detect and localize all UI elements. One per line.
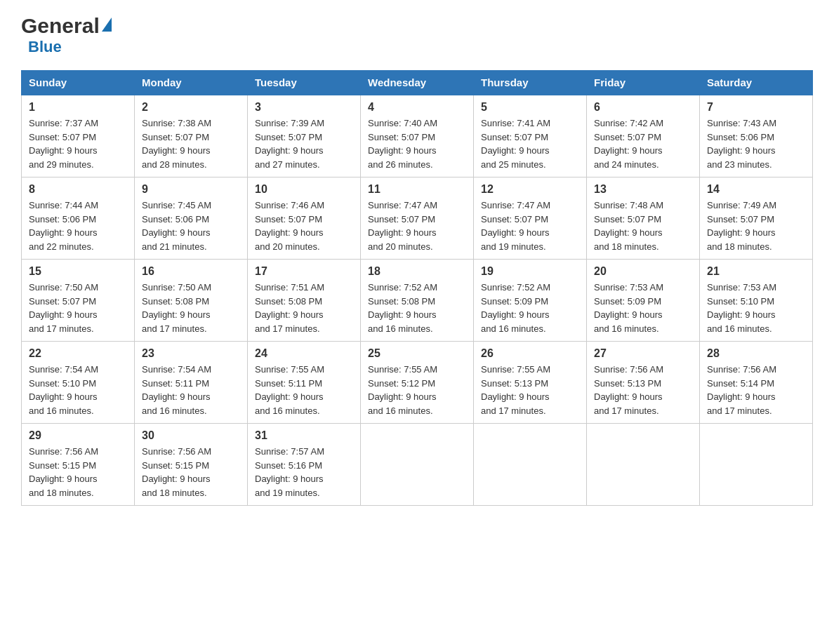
day-info: Sunrise: 7:54 AMSunset: 5:10 PMDaylight:…	[29, 363, 127, 417]
day-number: 31	[255, 429, 353, 442]
day-info: Sunrise: 7:46 AMSunset: 5:07 PMDaylight:…	[255, 199, 353, 253]
day-info: Sunrise: 7:45 AMSunset: 5:06 PMDaylight:…	[142, 199, 240, 253]
calendar-cell: 15Sunrise: 7:50 AMSunset: 5:07 PMDayligh…	[22, 260, 135, 342]
day-number: 19	[481, 265, 579, 278]
calendar-cell: 4Sunrise: 7:40 AMSunset: 5:07 PMDaylight…	[361, 95, 474, 177]
calendar-week-1: 1Sunrise: 7:37 AMSunset: 5:07 PMDaylight…	[22, 95, 813, 177]
calendar-table: SundayMondayTuesdayWednesdayThursdayFrid…	[21, 70, 813, 506]
day-info: Sunrise: 7:44 AMSunset: 5:06 PMDaylight:…	[29, 199, 127, 253]
calendar-cell: 10Sunrise: 7:46 AMSunset: 5:07 PMDayligh…	[248, 177, 361, 260]
day-info: Sunrise: 7:51 AMSunset: 5:08 PMDaylight:…	[255, 281, 353, 335]
calendar-cell: 5Sunrise: 7:41 AMSunset: 5:07 PMDaylight…	[474, 95, 587, 177]
day-info: Sunrise: 7:42 AMSunset: 5:07 PMDaylight:…	[594, 116, 692, 171]
logo-triangle-icon	[102, 18, 112, 32]
calendar-cell	[587, 424, 700, 506]
day-number: 16	[142, 265, 240, 278]
calendar-cell: 25Sunrise: 7:55 AMSunset: 5:12 PMDayligh…	[361, 342, 474, 424]
calendar-cell: 18Sunrise: 7:52 AMSunset: 5:08 PMDayligh…	[361, 260, 474, 342]
col-header-thursday: Thursday	[474, 71, 587, 95]
calendar-week-4: 22Sunrise: 7:54 AMSunset: 5:10 PMDayligh…	[22, 342, 813, 424]
logo: General Blue	[21, 14, 112, 56]
calendar-cell: 31Sunrise: 7:57 AMSunset: 5:16 PMDayligh…	[248, 424, 361, 506]
col-header-monday: Monday	[135, 71, 248, 95]
calendar-cell: 19Sunrise: 7:52 AMSunset: 5:09 PMDayligh…	[474, 260, 587, 342]
calendar-week-3: 15Sunrise: 7:50 AMSunset: 5:07 PMDayligh…	[22, 260, 813, 342]
day-number: 27	[594, 347, 692, 360]
day-info: Sunrise: 7:52 AMSunset: 5:08 PMDaylight:…	[368, 281, 466, 335]
day-info: Sunrise: 7:41 AMSunset: 5:07 PMDaylight:…	[481, 116, 579, 171]
day-number: 18	[368, 265, 466, 278]
day-number: 20	[594, 265, 692, 278]
calendar-cell: 12Sunrise: 7:47 AMSunset: 5:07 PMDayligh…	[474, 177, 587, 260]
calendar-cell: 26Sunrise: 7:55 AMSunset: 5:13 PMDayligh…	[474, 342, 587, 424]
day-info: Sunrise: 7:54 AMSunset: 5:11 PMDaylight:…	[142, 363, 240, 417]
day-number: 30	[142, 429, 240, 442]
calendar-cell: 20Sunrise: 7:53 AMSunset: 5:09 PMDayligh…	[587, 260, 700, 342]
day-number: 9	[142, 183, 240, 196]
calendar-cell: 14Sunrise: 7:49 AMSunset: 5:07 PMDayligh…	[700, 177, 813, 260]
day-number: 24	[255, 347, 353, 360]
calendar-cell: 11Sunrise: 7:47 AMSunset: 5:07 PMDayligh…	[361, 177, 474, 260]
col-header-tuesday: Tuesday	[248, 71, 361, 95]
col-header-wednesday: Wednesday	[361, 71, 474, 95]
day-info: Sunrise: 7:55 AMSunset: 5:13 PMDaylight:…	[481, 363, 579, 417]
day-info: Sunrise: 7:40 AMSunset: 5:07 PMDaylight:…	[368, 116, 466, 171]
calendar-cell: 29Sunrise: 7:56 AMSunset: 5:15 PMDayligh…	[22, 424, 135, 506]
day-info: Sunrise: 7:53 AMSunset: 5:09 PMDaylight:…	[594, 281, 692, 335]
day-number: 17	[255, 265, 353, 278]
day-info: Sunrise: 7:56 AMSunset: 5:15 PMDaylight:…	[142, 445, 240, 499]
day-number: 28	[707, 347, 805, 360]
calendar-cell: 30Sunrise: 7:56 AMSunset: 5:15 PMDayligh…	[135, 424, 248, 506]
day-number: 14	[707, 183, 805, 196]
day-number: 10	[255, 183, 353, 196]
day-info: Sunrise: 7:56 AMSunset: 5:15 PMDaylight:…	[29, 445, 127, 499]
day-info: Sunrise: 7:38 AMSunset: 5:07 PMDaylight:…	[142, 116, 240, 171]
day-number: 4	[368, 101, 466, 114]
col-header-friday: Friday	[587, 71, 700, 95]
day-number: 21	[707, 265, 805, 278]
day-number: 6	[594, 101, 692, 114]
day-number: 12	[481, 183, 579, 196]
day-number: 2	[142, 101, 240, 114]
day-number: 22	[29, 347, 127, 360]
calendar-cell: 6Sunrise: 7:42 AMSunset: 5:07 PMDaylight…	[587, 95, 700, 177]
calendar-cell: 13Sunrise: 7:48 AMSunset: 5:07 PMDayligh…	[587, 177, 700, 260]
logo-general: General	[21, 14, 100, 38]
day-info: Sunrise: 7:39 AMSunset: 5:07 PMDaylight:…	[255, 116, 353, 171]
day-info: Sunrise: 7:47 AMSunset: 5:07 PMDaylight:…	[481, 199, 579, 253]
day-number: 15	[29, 265, 127, 278]
day-info: Sunrise: 7:55 AMSunset: 5:11 PMDaylight:…	[255, 363, 353, 417]
calendar-cell: 28Sunrise: 7:56 AMSunset: 5:14 PMDayligh…	[700, 342, 813, 424]
page-header: General Blue	[21, 14, 813, 56]
calendar-cell: 24Sunrise: 7:55 AMSunset: 5:11 PMDayligh…	[248, 342, 361, 424]
day-info: Sunrise: 7:56 AMSunset: 5:14 PMDaylight:…	[707, 363, 805, 417]
day-number: 26	[481, 347, 579, 360]
calendar-cell: 1Sunrise: 7:37 AMSunset: 5:07 PMDaylight…	[22, 95, 135, 177]
day-number: 7	[707, 101, 805, 114]
day-info: Sunrise: 7:47 AMSunset: 5:07 PMDaylight:…	[368, 199, 466, 253]
calendar-cell: 17Sunrise: 7:51 AMSunset: 5:08 PMDayligh…	[248, 260, 361, 342]
calendar-cell: 22Sunrise: 7:54 AMSunset: 5:10 PMDayligh…	[22, 342, 135, 424]
day-info: Sunrise: 7:53 AMSunset: 5:10 PMDaylight:…	[707, 281, 805, 335]
day-info: Sunrise: 7:56 AMSunset: 5:13 PMDaylight:…	[594, 363, 692, 417]
day-number: 3	[255, 101, 353, 114]
calendar-cell	[361, 424, 474, 506]
calendar-cell	[474, 424, 587, 506]
day-number: 8	[29, 183, 127, 196]
day-info: Sunrise: 7:50 AMSunset: 5:08 PMDaylight:…	[142, 281, 240, 335]
calendar-cell: 7Sunrise: 7:43 AMSunset: 5:06 PMDaylight…	[700, 95, 813, 177]
calendar-cell: 8Sunrise: 7:44 AMSunset: 5:06 PMDaylight…	[22, 177, 135, 260]
calendar-week-2: 8Sunrise: 7:44 AMSunset: 5:06 PMDaylight…	[22, 177, 813, 260]
day-info: Sunrise: 7:57 AMSunset: 5:16 PMDaylight:…	[255, 445, 353, 499]
day-number: 11	[368, 183, 466, 196]
calendar-cell: 21Sunrise: 7:53 AMSunset: 5:10 PMDayligh…	[700, 260, 813, 342]
day-info: Sunrise: 7:55 AMSunset: 5:12 PMDaylight:…	[368, 363, 466, 417]
calendar-week-5: 29Sunrise: 7:56 AMSunset: 5:15 PMDayligh…	[22, 424, 813, 506]
day-info: Sunrise: 7:43 AMSunset: 5:06 PMDaylight:…	[707, 116, 805, 171]
logo-blue: Blue	[28, 38, 62, 56]
calendar-cell: 9Sunrise: 7:45 AMSunset: 5:06 PMDaylight…	[135, 177, 248, 260]
calendar-cell: 3Sunrise: 7:39 AMSunset: 5:07 PMDaylight…	[248, 95, 361, 177]
calendar-cell	[700, 424, 813, 506]
day-number: 5	[481, 101, 579, 114]
day-number: 29	[29, 429, 127, 442]
